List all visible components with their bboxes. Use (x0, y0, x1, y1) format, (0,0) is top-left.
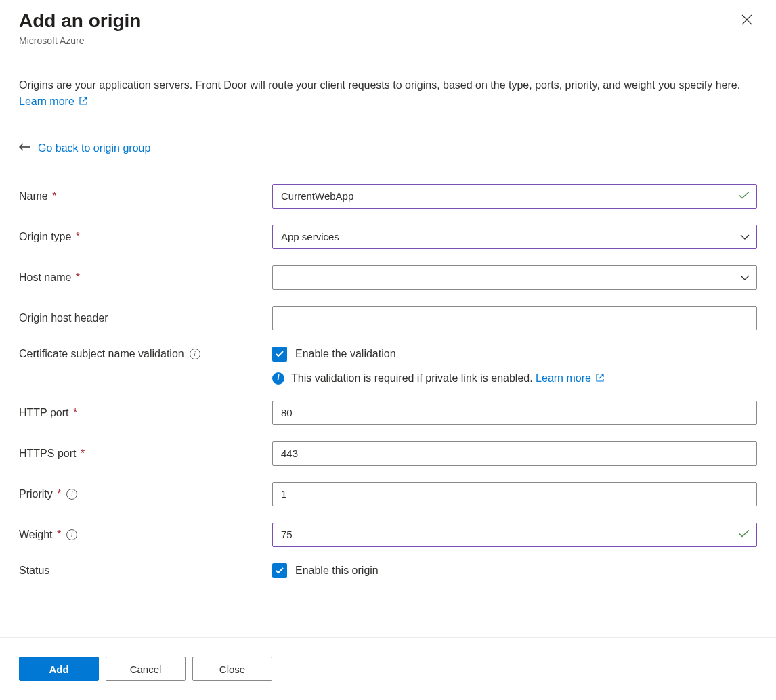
host-name-select[interactable] (272, 265, 757, 290)
validation-learn-more-link[interactable]: Learn more (536, 372, 605, 384)
origin-type-select[interactable]: App services (272, 225, 757, 249)
cert-validation-label: Certificate subject name validation i (19, 348, 272, 360)
http-port-label: HTTP port * (19, 407, 272, 419)
close-icon (741, 14, 753, 26)
origin-type-label: Origin type * (19, 231, 272, 243)
checkmark-icon (275, 567, 284, 575)
enable-validation-checkbox-label: Enable the validation (295, 348, 396, 360)
http-port-input[interactable] (272, 401, 757, 425)
info-icon[interactable]: i (66, 529, 77, 540)
close-icon-button[interactable] (737, 9, 757, 32)
https-port-input[interactable] (272, 441, 757, 466)
add-button[interactable]: Add (19, 657, 99, 681)
weight-input[interactable] (272, 523, 757, 547)
panel-subtitle: Microsoft Azure (19, 35, 141, 46)
enable-origin-checkbox[interactable] (272, 563, 287, 578)
cancel-button[interactable]: Cancel (106, 657, 186, 681)
checkmark-icon (275, 350, 284, 358)
back-to-origin-group-link[interactable]: Go back to origin group (38, 142, 150, 154)
host-name-label: Host name * (19, 271, 272, 284)
info-icon[interactable]: i (66, 489, 77, 500)
name-label: Name * (19, 190, 272, 202)
enable-validation-checkbox[interactable] (272, 347, 287, 362)
panel-title: Add an origin (19, 9, 141, 32)
enable-origin-checkbox-label: Enable this origin (295, 565, 379, 577)
external-link-icon (595, 373, 605, 382)
validation-info-message: i This validation is required if private… (272, 372, 757, 385)
priority-label: Priority * i (19, 488, 272, 500)
status-label: Status (19, 565, 272, 577)
info-icon[interactable]: i (190, 349, 200, 359)
origin-host-header-input[interactable] (272, 306, 757, 330)
description-text: Origins are your application servers. Fr… (19, 77, 757, 110)
https-port-label: HTTPS port * (19, 447, 272, 460)
name-input[interactable] (272, 184, 757, 209)
origin-host-header-label: Origin host header (19, 312, 272, 324)
description-learn-more-link[interactable]: Learn more (19, 95, 88, 107)
weight-label: Weight * i (19, 529, 272, 541)
external-link-icon (79, 96, 88, 106)
priority-input[interactable] (272, 482, 757, 506)
back-arrow-icon (19, 142, 31, 154)
info-icon: i (272, 372, 284, 385)
close-button[interactable]: Close (192, 657, 272, 681)
